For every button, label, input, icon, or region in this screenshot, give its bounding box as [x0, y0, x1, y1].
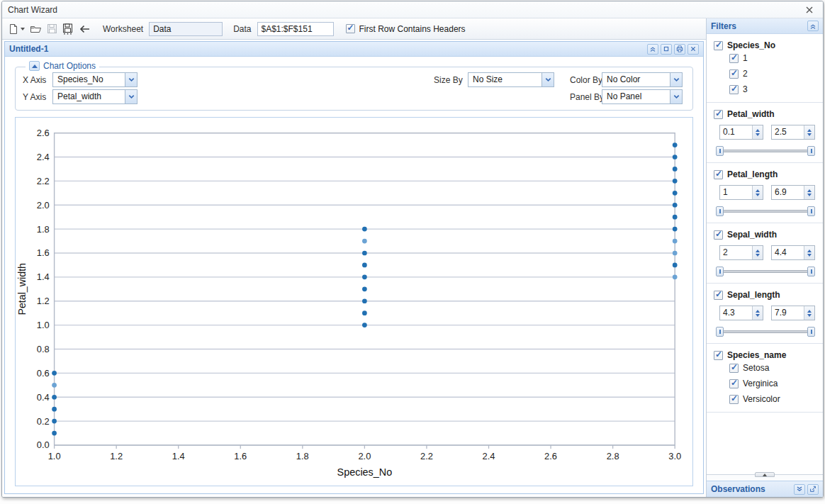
min-spinbox[interactable]: 0.1 — [719, 125, 763, 140]
spin-down-icon[interactable] — [756, 314, 760, 317]
doc-restore-button[interactable] — [661, 44, 672, 55]
slider-handle-left[interactable] — [716, 146, 724, 156]
spin-up-icon[interactable] — [756, 310, 760, 313]
min-spinbox[interactable]: 2 — [719, 245, 763, 260]
spin-up-icon[interactable] — [807, 250, 812, 252]
open-file-button[interactable] — [28, 21, 43, 38]
spinner-buttons[interactable] — [752, 186, 763, 199]
slider-track[interactable] — [716, 330, 815, 333]
spinner-buttons[interactable] — [804, 246, 814, 259]
first-row-headers-group[interactable]: First Row Contains Headers — [346, 24, 466, 34]
save-as-button[interactable] — [61, 21, 74, 38]
filter-toggle-sepal_width[interactable]: Sepal_width — [714, 230, 817, 240]
option-checkbox[interactable] — [729, 69, 739, 79]
max-value[interactable]: 7.9 — [772, 306, 804, 320]
worksheet-field[interactable] — [149, 22, 223, 36]
save-button[interactable] — [45, 21, 59, 38]
filters-collapse-button[interactable] — [807, 21, 819, 31]
min-value[interactable]: 1 — [720, 186, 752, 199]
option-checkbox[interactable] — [729, 54, 739, 63]
slider-handle-right[interactable] — [807, 327, 815, 337]
filter-checkbox[interactable] — [714, 170, 723, 179]
option-checkbox[interactable] — [729, 379, 739, 388]
new-file-button[interactable] — [6, 21, 26, 38]
filter-option-1[interactable]: 1 — [729, 50, 817, 66]
observations-collapse-button[interactable] — [794, 484, 805, 495]
spinner-buttons[interactable] — [804, 186, 814, 199]
min-value[interactable]: 0.1 — [720, 125, 752, 139]
chart-options-collapse-button[interactable] — [29, 61, 40, 71]
spin-down-icon[interactable] — [807, 254, 812, 257]
spinner-buttons[interactable] — [804, 125, 814, 139]
observations-popout-button[interactable] — [807, 484, 819, 495]
x-axis-dropdown[interactable]: Species_No — [52, 72, 138, 87]
max-value[interactable]: 4.4 — [772, 246, 804, 259]
color-by-dropdown[interactable]: No Color — [602, 72, 683, 87]
spin-up-icon[interactable] — [807, 129, 812, 132]
spin-up-icon[interactable] — [756, 250, 760, 252]
panel-splitter[interactable] — [707, 474, 823, 481]
filter-option-verginica[interactable]: Verginica — [729, 376, 817, 391]
range-slider[interactable] — [716, 146, 815, 156]
back-button[interactable] — [77, 21, 92, 38]
panel-by-dropdown[interactable]: No Panel — [602, 89, 683, 104]
option-checkbox[interactable] — [729, 85, 739, 94]
option-checkbox[interactable] — [729, 395, 739, 404]
max-spinbox[interactable]: 7.9 — [771, 306, 815, 320]
slider-handle-left[interactable] — [716, 206, 724, 216]
spinner-buttons[interactable] — [752, 125, 763, 139]
spin-down-icon[interactable] — [807, 133, 812, 136]
spin-down-icon[interactable] — [807, 314, 812, 317]
min-spinbox[interactable]: 1 — [719, 185, 763, 200]
spinner-buttons[interactable] — [804, 306, 814, 320]
slider-handle-left[interactable] — [716, 327, 724, 337]
spin-down-icon[interactable] — [756, 254, 760, 257]
slider-handle-right[interactable] — [807, 146, 815, 156]
doc-close-button[interactable] — [688, 44, 699, 55]
slider-track[interactable] — [716, 210, 815, 213]
max-value[interactable]: 6.9 — [772, 186, 804, 199]
option-checkbox[interactable] — [729, 364, 739, 373]
spin-up-icon[interactable] — [756, 189, 760, 192]
splitter-handle[interactable] — [755, 472, 775, 477]
doc-collapse-button[interactable] — [647, 44, 658, 55]
spin-down-icon[interactable] — [756, 194, 760, 196]
max-spinbox[interactable]: 4.4 — [771, 245, 815, 260]
slider-handle-left[interactable] — [716, 267, 724, 276]
filter-checkbox[interactable] — [714, 41, 723, 50]
spinner-buttons[interactable] — [752, 246, 763, 259]
range-slider[interactable] — [716, 267, 815, 276]
first-row-checkbox[interactable] — [346, 24, 355, 33]
range-slider[interactable] — [716, 327, 815, 337]
slider-handle-right[interactable] — [807, 206, 815, 216]
filter-option-setosa[interactable]: Setosa — [729, 360, 817, 376]
filter-checkbox[interactable] — [714, 351, 723, 360]
range-slider[interactable] — [716, 206, 815, 216]
max-value[interactable]: 2.5 — [772, 125, 804, 139]
min-spinbox[interactable]: 4.3 — [719, 306, 763, 320]
filter-option-3[interactable]: 3 — [729, 82, 817, 97]
max-spinbox[interactable]: 6.9 — [771, 185, 815, 200]
tab-untitled-1[interactable]: Untitled-1 — [9, 44, 48, 54]
slider-track[interactable] — [716, 150, 815, 152]
y-axis-dropdown[interactable]: Petal_width — [52, 89, 138, 104]
filter-toggle-petal_width[interactable]: Petal_width — [714, 109, 817, 119]
spin-down-icon[interactable] — [756, 133, 760, 136]
data-range-field[interactable] — [257, 22, 334, 36]
slider-track[interactable] — [716, 270, 815, 273]
filter-toggle-sepal_length[interactable]: Sepal_length — [714, 290, 817, 300]
slider-handle-right[interactable] — [807, 267, 815, 276]
max-spinbox[interactable]: 2.5 — [771, 125, 815, 140]
min-value[interactable]: 2 — [720, 246, 752, 259]
doc-print-button[interactable] — [674, 44, 685, 55]
spin-up-icon[interactable] — [807, 310, 812, 313]
spin-up-icon[interactable] — [756, 129, 760, 132]
spin-down-icon[interactable] — [807, 194, 812, 196]
size-by-dropdown[interactable]: No Size — [468, 72, 554, 87]
filter-toggle-species_name[interactable]: Species_name — [714, 350, 817, 360]
filter-toggle-species_no[interactable]: Species_No — [714, 40, 817, 50]
window-close-button[interactable] — [802, 4, 817, 16]
filter-option-versicolor[interactable]: Versicolor — [729, 391, 817, 407]
filter-option-2[interactable]: 2 — [729, 66, 817, 82]
filter-checkbox[interactable] — [714, 291, 723, 300]
